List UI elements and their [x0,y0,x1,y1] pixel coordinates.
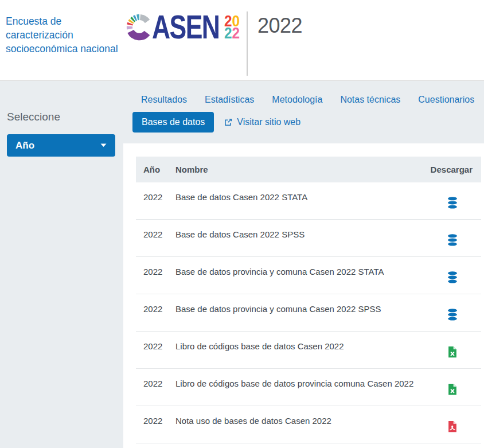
row-year: 2022 [136,294,175,331]
file-pdf-icon [446,420,459,433]
logo-year-digit: 2 [224,25,232,42]
table-row: 2022 Base de datos Casen 2022 STATA [136,182,481,220]
column-header-download: Descargar [424,165,481,174]
visit-website-label: Visitar sitio web [237,117,300,127]
row-name: Base de datos provincia y comuna Casen 2… [175,294,424,331]
file-excel-icon [446,383,459,396]
database-icon [446,233,459,247]
logo-year-digit: 2 [232,25,240,42]
download-link[interactable] [446,383,459,396]
select-label: Seleccione [7,111,115,123]
download-link[interactable] [446,420,459,433]
row-year: 2022 [136,332,175,368]
sidebar: Seleccione Año [0,81,123,448]
year-dropdown[interactable]: Año [7,134,115,157]
row-name: Base de datos Casen 2022 SPSS [175,220,424,256]
download-link[interactable] [446,271,459,284]
tab-notas-t-cnicas[interactable]: Notas técnicas [340,95,400,105]
tab-cuestionarios[interactable]: Cuestionarios [418,95,474,105]
download-link[interactable] [446,233,459,247]
chevron-down-icon [100,143,107,147]
site-title: Encuesta de caracterización socioeconómi… [0,0,118,56]
table-header: Año Nombre Descargar [136,157,481,182]
download-link[interactable] [446,308,459,321]
table-body: 2022 Base de datos Casen 2022 STATA 2022… [136,182,481,443]
row-name: Libro de códigos base de datos provincia… [175,369,424,406]
table-row: 2022 Nota uso de bases de datos Casen 20… [136,406,481,443]
table-row: 2022 Base de datos provincia y comuna Ca… [136,294,481,332]
casen-logo-text: ASEN [152,13,219,41]
table-row: 2022 Libro de códigos base de datos prov… [136,369,481,406]
row-year: 2022 [136,406,175,443]
site-header: Encuesta de caracterización socioeconómi… [0,0,484,81]
row-year: 2022 [136,220,175,256]
row-year: 2022 [136,369,175,406]
tab-bases-de-datos[interactable]: Bases de datos [132,112,214,133]
table-row: 2022 Base de datos provincia y comuna Ca… [136,257,481,294]
year-dropdown-label: Año [15,140,34,151]
database-icon [446,196,459,209]
tab-metodolog-a[interactable]: Metodología [272,95,322,105]
page: Encuesta de caracterización socioeconómi… [0,0,484,448]
visit-website-link[interactable]: Visitar sitio web [224,117,300,127]
column-header-name: Nombre [175,165,424,174]
tab-estad-sticas[interactable]: Estadísticas [205,95,254,105]
page-year-heading: 2022 [257,14,302,38]
download-link[interactable] [446,345,459,359]
row-year: 2022 [136,257,175,294]
tab-row-1: ResultadosEstadísticasMetodologíaNotas t… [141,95,484,105]
column-header-year: Año [136,165,175,174]
database-icon [446,271,459,284]
main-area: ResultadosEstadísticasMetodologíaNotas t… [123,81,484,448]
database-icon [446,308,459,321]
tabs: ResultadosEstadísticasMetodologíaNotas t… [123,81,484,133]
tab-resultados[interactable]: Resultados [141,95,187,105]
row-name: Base de datos Casen 2022 STATA [175,182,424,219]
download-link[interactable] [446,196,459,209]
row-name: Nota uso de bases de datos Casen 2022 [175,406,424,443]
casen-logo-years: 20 22 [224,15,240,40]
tab-row-2: Bases de datos Visitar sitio web [132,112,484,133]
row-year: 2022 [136,182,175,219]
table-row: 2022 Base de datos Casen 2022 SPSS [136,220,481,257]
file-excel-icon [446,345,459,359]
table-row: 2022 Libro de códigos base de datos Case… [136,332,481,369]
row-name: Libro de códigos base de datos Casen 202… [175,332,424,368]
row-name: Base de datos provincia y comuna Casen 2… [175,257,424,294]
main-panel: Año Nombre Descargar 2022 Base de datos … [123,143,484,448]
casen-logo-c-icon [125,12,154,42]
external-link-icon [224,118,233,127]
header-divider [247,11,248,76]
casen-logo[interactable]: ASEN 20 22 [125,10,241,44]
content-area: Seleccione Año ResultadosEstadísticasMet… [0,81,484,448]
